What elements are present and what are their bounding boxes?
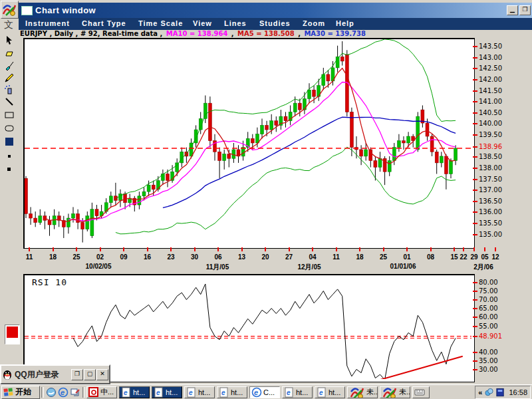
task-button[interactable]: eht... xyxy=(315,386,345,398)
task-button-label: 未... xyxy=(366,387,378,397)
menu-time-scale[interactable]: Time Scale xyxy=(138,19,183,27)
menu-help[interactable]: Help xyxy=(336,19,354,27)
taskbar-separator xyxy=(82,387,85,398)
qq-restore-button[interactable]: ❐ xyxy=(71,369,83,380)
menu-chart-type[interactable]: Chart Type xyxy=(82,19,126,27)
date-label: 25 xyxy=(69,253,84,261)
menu-zoom[interactable]: Zoom xyxy=(303,19,325,27)
month-label: 12月/05 xyxy=(283,263,336,272)
task-button[interactable]: eht... xyxy=(119,386,150,398)
desktop: 文 Chart window ▁ ❐ InstrumentChart TypeT… xyxy=(0,0,532,399)
price-chart-plot[interactable] xyxy=(23,38,475,249)
rsi-tick xyxy=(473,336,477,337)
show-desktop-icon[interactable] xyxy=(69,386,81,398)
color-swatch[interactable] xyxy=(5,325,20,344)
tray-network-icon[interactable] xyxy=(484,387,494,398)
width-dot-2-icon[interactable] xyxy=(3,164,16,176)
qq-maximize-button[interactable]: ▢ xyxy=(84,369,96,380)
task-button[interactable]: eht... xyxy=(152,386,182,398)
price-axis-label: 141.50 xyxy=(479,87,502,94)
minimize-button[interactable]: ▁ xyxy=(507,5,518,15)
rounded-rect-tool-icon[interactable] xyxy=(3,122,16,134)
toolbar-char-label: 文 xyxy=(4,19,13,31)
menu-studies[interactable]: Studies xyxy=(259,19,291,27)
price-axis-label: 138.96 xyxy=(479,143,502,150)
price-tick xyxy=(473,201,477,202)
task-buttons: 中...eht...eht...eht...eht...eC...eht...e… xyxy=(86,386,432,398)
rectangle-tool-icon[interactable] xyxy=(3,109,16,121)
rsi-tick xyxy=(473,317,477,318)
menu-lines[interactable]: Lines xyxy=(224,19,247,27)
tray-chevron[interactable]: « xyxy=(478,388,482,396)
keyboard-icon xyxy=(414,387,425,398)
price-tick xyxy=(473,134,477,136)
messenger-icon[interactable] xyxy=(45,386,57,398)
price-axis-label: 140.50 xyxy=(479,109,502,116)
ie-doc-icon: e xyxy=(121,387,132,398)
qq-close-button[interactable]: ✕ xyxy=(96,369,108,380)
task-button-label: 中... xyxy=(100,387,114,397)
rsi-axis-label: 48.901 xyxy=(479,332,502,340)
task-button[interactable]: eht... xyxy=(217,386,247,398)
task-button-label: ht... xyxy=(296,388,308,396)
line-tool-icon[interactable] xyxy=(3,96,16,108)
date-label: 23 xyxy=(164,253,178,261)
task-button[interactable]: eC... xyxy=(249,386,280,398)
date-tick xyxy=(100,247,101,251)
date-label: 01 xyxy=(400,253,414,261)
date-tick xyxy=(463,247,464,251)
task-button[interactable]: 中... xyxy=(86,386,117,398)
rsi-axis-label: 70.00 xyxy=(479,296,498,303)
rsi-tick xyxy=(473,352,477,353)
task-button-label: ht... xyxy=(133,388,145,396)
ie-icon[interactable]: e xyxy=(57,386,69,398)
date-label: 09 xyxy=(116,253,131,261)
task-button-label: ht... xyxy=(198,388,210,396)
rsi-axis-label: 80.00 xyxy=(479,279,498,286)
date-tick xyxy=(359,247,360,251)
rsi-tick xyxy=(473,308,477,309)
eraser-tool-icon[interactable] xyxy=(3,47,16,59)
candles-layer xyxy=(25,41,458,243)
date-tick xyxy=(217,247,219,251)
menu-instrument[interactable]: Instrument xyxy=(25,19,70,27)
task-button[interactable]: 未... xyxy=(347,386,378,398)
rsi-trendline xyxy=(380,356,463,379)
menu-view[interactable]: View xyxy=(193,19,212,27)
width-dot-1-icon[interactable] xyxy=(3,150,16,162)
brush-tool-icon[interactable] xyxy=(3,60,16,72)
select-tool-icon[interactable] xyxy=(3,35,16,47)
system-tray: « 16:58 xyxy=(475,386,531,399)
rsi-title: RSI 10 xyxy=(32,277,67,287)
paint-app-icon[interactable] xyxy=(1,1,19,19)
qq-penguin-icon xyxy=(1,368,13,380)
rsi-axis-label: 40.00 xyxy=(479,348,498,356)
price-axis-label: 137.00 xyxy=(479,186,502,194)
qq-login-titlebar[interactable]: QQ用户登录 ❐ ▢ ✕ xyxy=(0,364,110,384)
tray-app-icon[interactable] xyxy=(495,387,505,398)
start-button[interactable]: 开始 xyxy=(1,386,40,399)
line-width-box-icon[interactable] xyxy=(3,136,16,148)
title-bar[interactable]: Chart window ▁ ❐ xyxy=(19,3,532,18)
ie-doc-icon: e xyxy=(219,387,229,398)
rsi-tick xyxy=(473,369,477,370)
rsi-axis-label: 60.00 xyxy=(479,313,498,321)
date-tick xyxy=(289,247,290,251)
price-tick xyxy=(473,146,477,148)
info-segment: , xyxy=(227,30,236,37)
month-label: 11月/05 xyxy=(191,263,244,272)
price-tick xyxy=(473,90,477,92)
maximize-button[interactable]: ❐ xyxy=(519,5,531,15)
task-button[interactable]: 未... xyxy=(380,386,410,398)
date-tick xyxy=(312,247,313,251)
date-tick xyxy=(454,247,455,251)
task-button[interactable] xyxy=(412,386,430,398)
pencil-tool-icon[interactable] xyxy=(3,72,16,84)
task-button[interactable]: eht... xyxy=(282,386,313,398)
date-label: 30 xyxy=(188,253,202,261)
rsi-axis-label: 75.00 xyxy=(479,287,498,295)
spray-tool-icon[interactable] xyxy=(3,84,16,96)
task-button[interactable]: eht... xyxy=(184,386,215,398)
date-tick xyxy=(406,247,408,251)
rsi-axis-label: 30.00 xyxy=(479,366,498,373)
